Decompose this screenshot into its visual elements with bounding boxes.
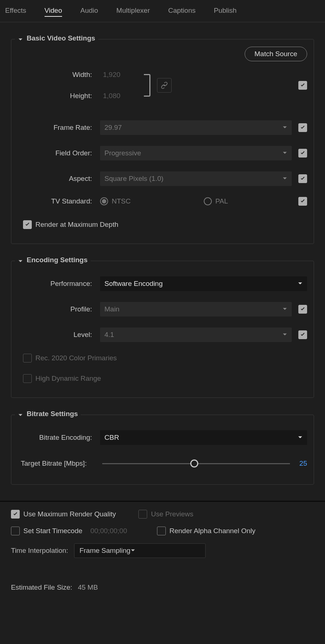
chevron-down-icon xyxy=(282,149,287,157)
chevron-down-icon xyxy=(282,305,287,313)
estimated-file-size-value: 45 MB xyxy=(78,583,98,591)
render-max-depth-checkbox[interactable]: Render at Maximum Depth xyxy=(23,220,118,229)
profile-match-checkbox[interactable] xyxy=(298,305,307,314)
hdr-label: High Dynamic Range xyxy=(35,375,101,383)
time-interpolation-dropdown[interactable]: Frame Sampling xyxy=(74,543,206,558)
performance-label: Performance: xyxy=(18,280,100,288)
height-label: Height: xyxy=(18,92,100,100)
field-order-value: Progressive xyxy=(104,149,141,157)
aspect-value: Square Pixels (1.0) xyxy=(104,175,164,183)
tab-video[interactable]: Video xyxy=(45,7,62,17)
time-interpolation-label: Time Interpolation: xyxy=(11,547,68,555)
performance-dropdown[interactable]: Software Encoding xyxy=(100,276,307,291)
section-title: Bitrate Settings xyxy=(27,410,78,418)
chevron-down-icon xyxy=(18,36,23,41)
link-dimensions-button[interactable] xyxy=(157,78,172,93)
radio-icon xyxy=(100,197,108,205)
aspect-dropdown[interactable]: Square Pixels (1.0) xyxy=(100,171,292,186)
time-interpolation-value: Frame Sampling xyxy=(80,547,130,555)
set-start-timecode-checkbox[interactable]: Set Start Timecode xyxy=(11,527,83,535)
section-header-encoding[interactable]: Encoding Settings xyxy=(15,256,91,264)
performance-value: Software Encoding xyxy=(104,280,163,288)
frame-rate-label: Frame Rate: xyxy=(18,124,100,132)
render-alpha-checkbox[interactable]: Render Alpha Channel Only xyxy=(157,527,256,535)
render-alpha-label: Render Alpha Channel Only xyxy=(169,527,256,535)
tab-multiplexer[interactable]: Multiplexer xyxy=(116,7,150,17)
target-bitrate-label: Target Bitrate [Mbps]: xyxy=(18,459,100,468)
rec2020-checkbox[interactable]: Rec. 2020 Color Primaries xyxy=(23,354,117,362)
tab-publish[interactable]: Publish xyxy=(214,7,236,17)
aspect-label: Aspect: xyxy=(18,175,100,183)
radio-icon xyxy=(204,197,212,205)
aspect-match-checkbox[interactable] xyxy=(298,174,307,183)
chevron-down-icon xyxy=(298,280,303,288)
level-dropdown[interactable]: 4.1 xyxy=(100,327,292,342)
profile-dropdown[interactable]: Main xyxy=(100,302,292,317)
hdr-checkbox[interactable]: High Dynamic Range xyxy=(23,374,101,383)
bitrate-encoding-dropdown[interactable]: CBR xyxy=(100,430,307,445)
section-basic-video: Basic Video Settings Match Source Width:… xyxy=(11,39,314,244)
tv-standard-label: TV Standard: xyxy=(18,197,100,205)
profile-value: Main xyxy=(104,305,119,313)
height-value[interactable]: 1,080 xyxy=(100,92,121,100)
chevron-down-icon xyxy=(18,411,23,416)
width-value[interactable]: 1,920 xyxy=(100,71,121,79)
use-previews-checkbox[interactable]: Use Previews xyxy=(138,510,193,519)
frame-rate-match-checkbox[interactable] xyxy=(298,123,307,132)
frame-rate-value: 29.97 xyxy=(104,124,122,132)
bitrate-encoding-label: Bitrate Encoding: xyxy=(18,434,100,442)
tv-standard-match-checkbox[interactable] xyxy=(298,197,307,206)
pal-label: PAL xyxy=(215,197,228,205)
ntsc-label: NTSC xyxy=(112,197,131,205)
target-bitrate-slider[interactable] xyxy=(102,463,290,464)
chevron-down-icon xyxy=(282,331,287,339)
level-label: Level: xyxy=(18,331,100,339)
slider-thumb[interactable] xyxy=(190,459,198,468)
tab-effects[interactable]: Effects xyxy=(5,7,26,17)
rec2020-label: Rec. 2020 Color Primaries xyxy=(35,354,117,362)
section-header-basic[interactable]: Basic Video Settings xyxy=(15,34,98,42)
level-value: 4.1 xyxy=(104,331,114,339)
link-bracket-icon xyxy=(144,74,150,97)
chevron-down-icon xyxy=(130,547,135,555)
use-max-quality-label: Use Maximum Render Quality xyxy=(23,510,116,518)
tab-captions[interactable]: Captions xyxy=(168,7,195,17)
use-previews-label: Use Previews xyxy=(151,510,193,518)
use-max-quality-checkbox[interactable]: Use Maximum Render Quality xyxy=(11,510,116,519)
render-max-depth-label: Render at Maximum Depth xyxy=(35,221,118,229)
bitrate-encoding-value: CBR xyxy=(104,434,119,442)
chevron-down-icon xyxy=(282,124,287,132)
chevron-down-icon xyxy=(18,257,23,263)
field-order-label: Field Order: xyxy=(18,149,100,157)
section-title: Encoding Settings xyxy=(27,256,88,264)
width-label: Width: xyxy=(18,71,100,79)
ntsc-radio[interactable]: NTSC xyxy=(100,197,131,205)
tab-audio[interactable]: Audio xyxy=(80,7,98,17)
target-bitrate-value[interactable]: 25 xyxy=(299,459,307,468)
chevron-down-icon xyxy=(298,434,303,442)
chevron-down-icon xyxy=(282,175,287,183)
bottom-panel: Use Maximum Render Quality Use Previews … xyxy=(0,501,325,591)
pal-radio[interactable]: PAL xyxy=(204,197,228,205)
section-header-bitrate[interactable]: Bitrate Settings xyxy=(15,410,81,418)
frame-rate-dropdown[interactable]: 29.97 xyxy=(100,120,292,135)
field-order-match-checkbox[interactable] xyxy=(298,149,307,158)
set-start-timecode-label: Set Start Timecode xyxy=(23,527,83,535)
section-encoding: Encoding Settings Performance: Software … xyxy=(11,261,314,398)
field-order-dropdown[interactable]: Progressive xyxy=(100,146,292,160)
width-height-match-checkbox[interactable] xyxy=(298,81,307,90)
estimated-file-size-label: Estimated File Size: xyxy=(11,583,72,591)
tab-bar: Effects Video Audio Multiplexer Captions… xyxy=(0,0,325,22)
level-match-checkbox[interactable] xyxy=(298,330,307,339)
section-title: Basic Video Settings xyxy=(27,34,95,42)
profile-label: Profile: xyxy=(18,305,100,313)
start-timecode-value[interactable]: 00;00;00;00 xyxy=(91,527,127,535)
match-source-button[interactable]: Match Source xyxy=(245,47,307,61)
section-bitrate: Bitrate Settings Bitrate Encoding: CBR T… xyxy=(11,415,314,485)
